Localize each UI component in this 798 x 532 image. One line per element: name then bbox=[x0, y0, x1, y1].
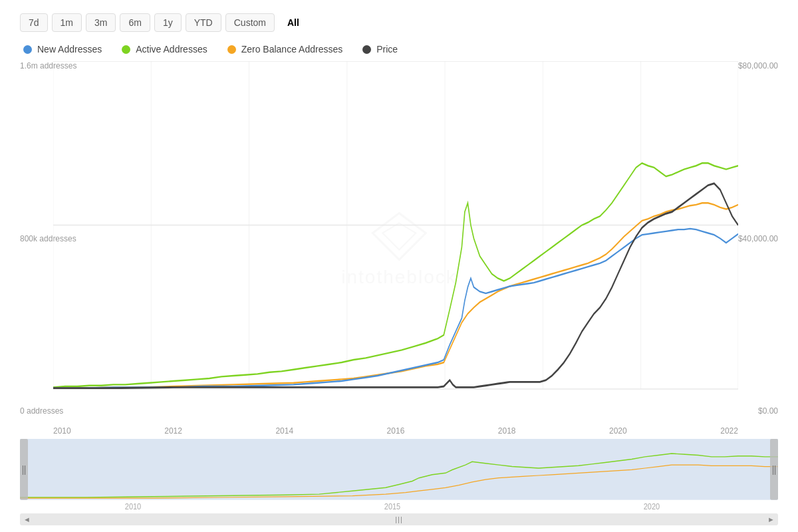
svg-text:2015: 2015 bbox=[384, 501, 401, 511]
x-axis: 2010 2012 2014 2016 2018 2020 2022 bbox=[53, 426, 738, 436]
y-axis-right: $80,000.00 $40,000.00 $0.00 bbox=[738, 61, 778, 436]
bottom-scrollbar[interactable]: ◄ ||| ► bbox=[20, 513, 778, 525]
time-range-selector: 7d 1m 3m 6m 1y YTD Custom All bbox=[20, 13, 778, 32]
legend-dot-new-addresses bbox=[23, 45, 32, 54]
legend-label-price: Price bbox=[376, 44, 398, 55]
legend-label-active-addresses: Active Addresses bbox=[136, 44, 207, 55]
legend-dot-zero-balance bbox=[227, 45, 236, 54]
x-label-2016: 2016 bbox=[387, 426, 405, 436]
x-label-2020: 2020 bbox=[609, 426, 627, 436]
legend-dot-price bbox=[362, 45, 371, 54]
scroll-left-arrow[interactable]: ◄ bbox=[23, 515, 31, 523]
time-btn-6m[interactable]: 6m bbox=[120, 13, 150, 32]
time-btn-1m[interactable]: 1m bbox=[52, 13, 82, 32]
svg-text:2010: 2010 bbox=[125, 501, 142, 511]
time-btn-ytd[interactable]: YTD bbox=[186, 13, 221, 32]
legend-label-new-addresses: New Addresses bbox=[37, 44, 102, 55]
main-chart: 1.6m addresses 800k addresses 0 addresse… bbox=[20, 61, 778, 436]
legend-new-addresses: New Addresses bbox=[23, 44, 102, 55]
chart-legend: New Addresses Active Addresses Zero Bala… bbox=[20, 44, 778, 55]
x-label-2012: 2012 bbox=[164, 426, 182, 436]
scroll-handle[interactable]: ||| bbox=[31, 515, 767, 523]
x-label-2018: 2018 bbox=[498, 426, 516, 436]
y-label-mid-right: $40,000.00 bbox=[738, 234, 778, 243]
chart-wrapper: 1.6m addresses 800k addresses 0 addresse… bbox=[20, 61, 778, 525]
legend-zero-balance: Zero Balance Addresses bbox=[227, 44, 343, 55]
y-label-bottom-right: $0.00 bbox=[738, 406, 778, 416]
y-label-top-right: $80,000.00 bbox=[738, 61, 778, 70]
legend-active-addresses: Active Addresses bbox=[122, 44, 207, 55]
time-btn-all[interactable]: All bbox=[279, 13, 308, 32]
x-label-2022: 2022 bbox=[720, 426, 738, 436]
x-label-2010: 2010 bbox=[53, 426, 71, 436]
svg-text:||: || bbox=[772, 464, 776, 475]
scroll-handle-icon: ||| bbox=[395, 515, 403, 523]
x-label-2014: 2014 bbox=[275, 426, 293, 436]
time-btn-custom[interactable]: Custom bbox=[225, 13, 275, 32]
legend-price: Price bbox=[362, 44, 398, 55]
scroll-right-arrow[interactable]: ► bbox=[767, 515, 775, 523]
navigator[interactable]: || || 2010 2015 2020 bbox=[20, 439, 778, 512]
time-btn-3m[interactable]: 3m bbox=[86, 13, 116, 32]
svg-text:||: || bbox=[22, 464, 26, 475]
svg-rect-15 bbox=[20, 439, 778, 500]
navigator-svg: || || 2010 2015 2020 bbox=[20, 439, 778, 512]
legend-label-zero-balance: Zero Balance Addresses bbox=[241, 44, 343, 55]
legend-dot-active-addresses bbox=[122, 45, 130, 54]
main-chart-svg bbox=[53, 61, 738, 416]
time-btn-7d[interactable]: 7d bbox=[20, 13, 48, 32]
time-btn-1y[interactable]: 1y bbox=[154, 13, 182, 32]
svg-text:2020: 2020 bbox=[644, 501, 660, 511]
